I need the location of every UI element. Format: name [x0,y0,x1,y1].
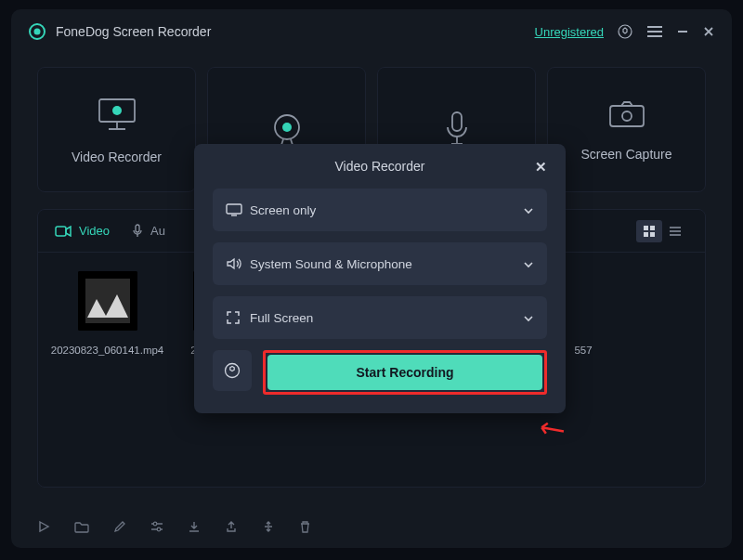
mic-icon [132,224,143,239]
modal-close-button[interactable]: ✕ [535,159,547,176]
area-select[interactable]: Full Screen [213,296,547,339]
svg-point-2 [619,25,632,38]
svg-rect-33 [227,204,241,214]
settings-icon[interactable] [617,23,633,40]
start-recording-highlight: Start Recording [263,350,547,395]
svg-point-14 [622,111,632,121]
screen-source-select[interactable]: Screen only [213,189,547,231]
sliders-icon[interactable] [150,521,163,532]
view-list-button[interactable] [662,220,688,242]
svg-rect-20 [644,232,648,237]
speaker-icon [226,257,242,270]
convert-icon[interactable] [262,520,275,533]
mode-label: Video Recorder [72,150,162,164]
video-icon [55,226,72,237]
bottom-toolbar [37,520,706,533]
trash-icon[interactable] [299,520,311,533]
camera-icon [606,98,647,130]
tab-audio-label: Au [150,224,165,238]
folder-icon[interactable] [74,521,89,533]
mode-video-recorder[interactable]: Video Recorder [37,67,196,192]
mode-screen-capture[interactable]: Screen Capture [547,67,706,192]
close-icon[interactable] [702,25,715,38]
play-icon[interactable] [37,520,50,533]
svg-point-1 [34,29,41,35]
start-recording-button[interactable]: Start Recording [267,355,542,390]
recorder-settings-button[interactable] [213,350,252,391]
svg-point-31 [153,522,157,526]
file-name: 557 [574,344,592,358]
app-title: FoneDog Screen Recorder [56,24,211,39]
webcam-icon [268,111,306,149]
tab-video[interactable]: Video [55,224,110,238]
mode-label: Screen Capture [580,147,671,162]
list-icon [669,226,682,237]
minimize-icon[interactable] [676,25,689,38]
unregistered-link[interactable]: Unregistered [535,25,604,39]
monitor-small-icon [226,203,242,216]
share-icon[interactable] [225,520,238,533]
grid-icon [643,225,656,238]
svg-point-9 [282,123,292,132]
svg-rect-18 [644,226,648,230]
import-icon[interactable] [188,520,201,533]
app-logo: FoneDog Screen Recorder [28,22,211,41]
monitor-icon [96,96,138,133]
modal-header: Video Recorder ✕ [213,159,547,174]
view-grid-button[interactable] [636,220,662,242]
chevron-down-icon [523,207,534,215]
svg-rect-10 [452,112,462,131]
chevron-down-icon [523,315,534,322]
file-item[interactable]: 20230823_060141.mp4 [59,271,156,358]
screen-source-value: Screen only [250,203,316,217]
titlebar: FoneDog Screen Recorder Unregistered [11,9,732,54]
audio-source-value: System Sound & Microphone [250,257,412,271]
video-recorder-modal: Video Recorder ✕ Screen only System Soun… [194,144,566,413]
svg-rect-16 [136,225,139,232]
tab-video-label: Video [79,224,110,238]
svg-rect-19 [650,226,655,230]
area-value: Full Screen [250,311,313,325]
chevron-down-icon [523,261,534,268]
edit-icon[interactable] [113,520,126,533]
audio-source-select[interactable]: System Sound & Microphone [213,242,547,285]
svg-rect-21 [650,232,655,237]
svg-point-7 [112,106,122,115]
file-name: 20230823_060141.mp4 [51,344,164,358]
svg-point-32 [157,527,161,531]
file-thumbnail [78,271,137,331]
gear-icon [223,361,241,380]
modal-title: Video Recorder [334,159,424,174]
svg-rect-15 [56,227,66,236]
menu-icon[interactable] [646,25,663,38]
fullscreen-icon [226,310,241,325]
view-toggle [636,220,688,242]
logo-icon [28,22,46,41]
tab-audio[interactable]: Au [132,224,165,239]
svg-rect-13 [610,106,644,126]
